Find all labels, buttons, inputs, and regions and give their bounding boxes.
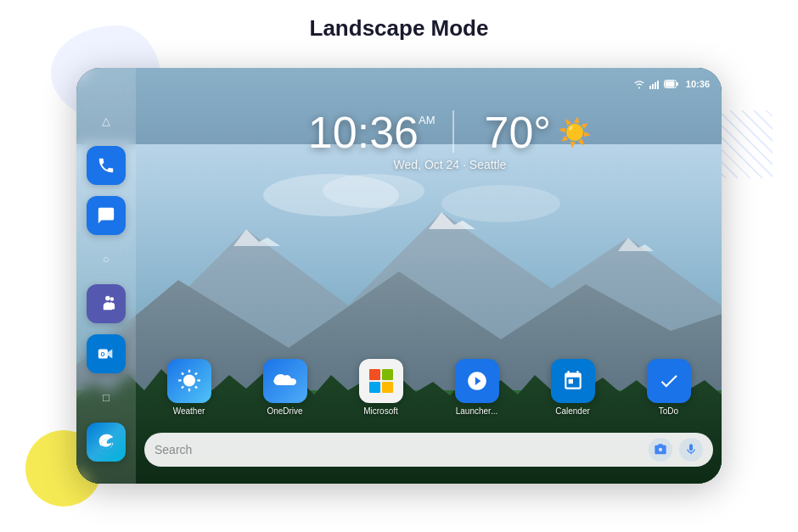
weather-temp: 70° (485, 110, 552, 154)
app-label-todo: ToDo (659, 406, 678, 416)
app-label-onedrive: OneDrive (267, 406, 302, 416)
clock-widget: 10:36 AM 70° ☀️ Wed, Oct 24 · Seattle (246, 110, 654, 171)
sidebar-app-messages[interactable] (87, 196, 126, 235)
app-item-weather[interactable]: Weather (144, 359, 233, 416)
app-icon-microsoft[interactable] (359, 359, 403, 403)
svg-rect-16 (677, 82, 678, 86)
app-item-onedrive[interactable]: OneDrive (240, 359, 329, 416)
app-icon-launcher[interactable] (455, 359, 499, 403)
sidebar-app-outlook[interactable]: O (87, 334, 126, 373)
nav-back-button[interactable]: △ (93, 108, 120, 135)
app-label-calendar: Calender (555, 406, 590, 416)
app-item-todo[interactable]: ToDo (624, 359, 713, 416)
svg-rect-17 (665, 81, 674, 87)
mic-search-button[interactable] (679, 438, 703, 462)
status-icons: 10:36 (633, 79, 710, 89)
signal-icon (649, 79, 660, 89)
clock-ampm: AM (419, 114, 436, 126)
app-icon-onedrive[interactable] (263, 359, 307, 403)
search-right-icons (649, 438, 703, 462)
sidebar-app-teams[interactable] (87, 284, 126, 323)
app-item-calendar[interactable]: Calender (528, 359, 617, 416)
status-bar: 10:36 (76, 75, 722, 93)
svg-rect-14 (657, 81, 659, 89)
sidebar-dock: △ ○ O □ (76, 68, 136, 484)
page-title: Landscape Mode (0, 15, 798, 42)
search-bar[interactable]: Search (144, 433, 713, 467)
svg-rect-13 (655, 82, 656, 89)
sun-icon: ☀️ (558, 116, 592, 148)
phone-frame: 10:36 △ ○ O □ 10:36 (76, 68, 722, 484)
clock-date: Wed, Oct 24 · Seattle (394, 158, 507, 171)
app-item-launcher[interactable]: Launcher... (432, 359, 521, 416)
battery-icon (664, 79, 679, 89)
weather-section: 70° ☀️ (485, 110, 593, 154)
svg-text:O: O (101, 350, 105, 356)
svg-point-2 (323, 174, 424, 208)
app-label-launcher: Launcher... (456, 406, 497, 416)
sidebar-app-phone[interactable] (87, 146, 126, 185)
app-item-microsoft[interactable]: Microsoft (336, 359, 425, 416)
clock-time: 10:36 (308, 110, 419, 154)
app-icon-calendar[interactable] (551, 359, 595, 403)
app-label-microsoft: Microsoft (363, 406, 398, 416)
app-grid: Weather OneDrive Microsoft (144, 359, 713, 416)
app-icon-weather[interactable] (167, 359, 211, 403)
camera-search-button[interactable] (649, 438, 672, 462)
search-placeholder: Search (155, 443, 642, 456)
svg-rect-11 (649, 86, 651, 89)
svg-point-3 (441, 185, 560, 222)
clock-divider (452, 110, 454, 153)
app-icon-todo[interactable] (647, 359, 691, 403)
app-label-weather: Weather (173, 406, 205, 416)
sidebar-app-edge[interactable] (87, 423, 126, 462)
svg-rect-12 (652, 84, 654, 89)
nav-recents-button[interactable]: □ (93, 384, 120, 412)
status-time: 10:36 (686, 79, 710, 89)
nav-home-button[interactable]: ○ (93, 246, 120, 273)
wifi-icon (633, 79, 645, 89)
